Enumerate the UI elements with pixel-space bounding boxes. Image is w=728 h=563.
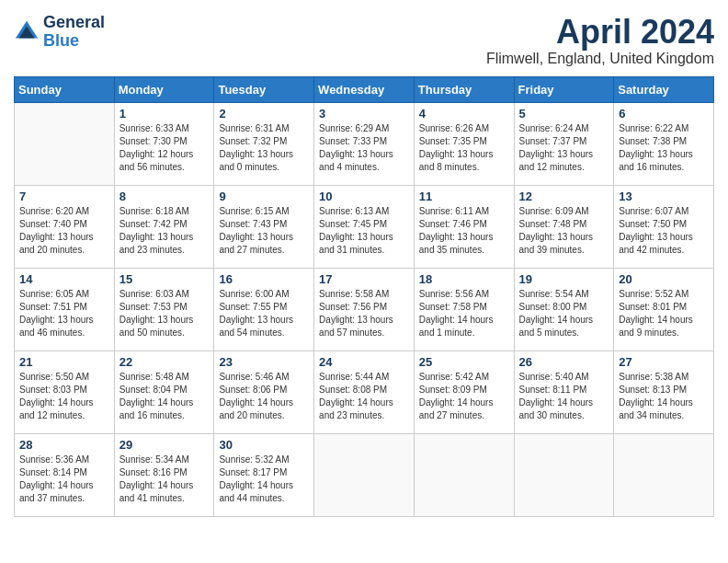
- calendar-day-cell: [414, 433, 514, 516]
- calendar-week-row: 14 Sunrise: 6:05 AMSunset: 7:51 PMDaylig…: [15, 268, 714, 350]
- location: Flimwell, England, United Kingdom: [486, 51, 714, 67]
- calendar-day-cell: 6 Sunrise: 6:22 AMSunset: 7:38 PMDayligh…: [614, 102, 714, 185]
- month-title: April 2024: [486, 14, 714, 51]
- day-info: Sunrise: 5:44 AMSunset: 8:08 PMDaylight:…: [319, 371, 409, 422]
- day-info: Sunrise: 6:15 AMSunset: 7:43 PMDaylight:…: [219, 205, 309, 257]
- day-info: Sunrise: 6:26 AMSunset: 7:35 PMDaylight:…: [419, 122, 509, 174]
- calendar-day-cell: 19 Sunrise: 5:54 AMSunset: 8:00 PMDaylig…: [514, 268, 614, 350]
- calendar-day-cell: 23 Sunrise: 5:46 AMSunset: 8:06 PMDaylig…: [214, 350, 314, 433]
- day-number: 4: [419, 107, 509, 121]
- day-info: Sunrise: 5:42 AMSunset: 8:09 PMDaylight:…: [419, 371, 509, 422]
- calendar-day-cell: [514, 433, 614, 516]
- day-number: 27: [619, 355, 709, 369]
- day-info: Sunrise: 6:22 AMSunset: 7:38 PMDaylight:…: [619, 122, 709, 174]
- weekday-header: Tuesday: [214, 76, 314, 102]
- day-info: Sunrise: 5:46 AMSunset: 8:06 PMDaylight:…: [219, 371, 309, 422]
- weekday-header: Friday: [514, 76, 614, 102]
- day-info: Sunrise: 6:31 AMSunset: 7:32 PMDaylight:…: [219, 122, 309, 174]
- calendar-day-cell: 26 Sunrise: 5:40 AMSunset: 8:11 PMDaylig…: [514, 350, 614, 433]
- day-info: Sunrise: 5:48 AMSunset: 8:04 PMDaylight:…: [119, 371, 210, 422]
- calendar-day-cell: 4 Sunrise: 6:26 AMSunset: 7:35 PMDayligh…: [414, 102, 514, 185]
- calendar-day-cell: [314, 433, 415, 516]
- weekday-header: Thursday: [414, 76, 514, 102]
- calendar-day-cell: 27 Sunrise: 5:38 AMSunset: 8:13 PMDaylig…: [614, 350, 714, 433]
- calendar-day-cell: 22 Sunrise: 5:48 AMSunset: 8:04 PMDaylig…: [114, 350, 214, 433]
- day-number: 23: [219, 355, 309, 369]
- weekday-header: Sunday: [15, 76, 115, 102]
- weekday-header: Saturday: [614, 76, 714, 102]
- day-info: Sunrise: 6:11 AMSunset: 7:46 PMDaylight:…: [419, 205, 509, 257]
- logo-line1: General: [43, 13, 105, 31]
- day-number: 20: [619, 272, 709, 286]
- weekday-header: Wednesday: [314, 76, 415, 102]
- calendar-week-row: 7 Sunrise: 6:20 AMSunset: 7:40 PMDayligh…: [15, 185, 714, 268]
- day-number: 7: [19, 190, 109, 203]
- calendar-day-cell: 12 Sunrise: 6:09 AMSunset: 7:48 PMDaylig…: [514, 185, 614, 268]
- day-number: 28: [19, 438, 109, 452]
- day-info: Sunrise: 6:29 AMSunset: 7:33 PMDaylight:…: [319, 122, 409, 174]
- day-info: Sunrise: 5:56 AMSunset: 7:58 PMDaylight:…: [419, 288, 509, 339]
- day-number: 6: [619, 107, 709, 121]
- day-number: 2: [219, 107, 309, 121]
- day-info: Sunrise: 5:52 AMSunset: 8:01 PMDaylight:…: [619, 288, 709, 339]
- day-number: 21: [19, 355, 109, 369]
- calendar-day-cell: 7 Sunrise: 6:20 AMSunset: 7:40 PMDayligh…: [15, 185, 115, 268]
- day-number: 1: [119, 107, 210, 121]
- day-info: Sunrise: 6:13 AMSunset: 7:45 PMDaylight:…: [319, 205, 409, 257]
- calendar-week-row: 21 Sunrise: 5:50 AMSunset: 8:03 PMDaylig…: [15, 350, 714, 433]
- day-info: Sunrise: 6:33 AMSunset: 7:30 PMDaylight:…: [119, 122, 210, 174]
- calendar-day-cell: 10 Sunrise: 6:13 AMSunset: 7:45 PMDaylig…: [314, 185, 415, 268]
- day-number: 3: [319, 107, 409, 121]
- day-number: 17: [319, 272, 409, 286]
- logo-icon: [14, 19, 40, 45]
- calendar-day-cell: 11 Sunrise: 6:11 AMSunset: 7:46 PMDaylig…: [414, 185, 514, 268]
- page-header: General Blue April 2024 Flimwell, Englan…: [14, 14, 714, 67]
- calendar-week-row: 1 Sunrise: 6:33 AMSunset: 7:30 PMDayligh…: [15, 102, 714, 185]
- day-number: 8: [119, 190, 210, 203]
- calendar-day-cell: 3 Sunrise: 6:29 AMSunset: 7:33 PMDayligh…: [314, 102, 415, 185]
- day-info: Sunrise: 5:38 AMSunset: 8:13 PMDaylight:…: [619, 371, 709, 422]
- calendar-day-cell: 2 Sunrise: 6:31 AMSunset: 7:32 PMDayligh…: [214, 102, 314, 185]
- day-number: 19: [519, 272, 609, 286]
- day-info: Sunrise: 5:32 AMSunset: 8:17 PMDaylight:…: [219, 454, 309, 505]
- day-info: Sunrise: 6:00 AMSunset: 7:55 PMDaylight:…: [219, 288, 309, 339]
- day-number: 24: [319, 355, 409, 369]
- day-number: 16: [219, 272, 309, 286]
- calendar-day-cell: 28 Sunrise: 5:36 AMSunset: 8:14 PMDaylig…: [15, 433, 115, 516]
- day-number: 11: [419, 190, 509, 203]
- calendar-day-cell: 17 Sunrise: 5:58 AMSunset: 7:56 PMDaylig…: [314, 268, 415, 350]
- calendar-day-cell: [15, 102, 115, 185]
- day-info: Sunrise: 6:07 AMSunset: 7:50 PMDaylight:…: [619, 205, 709, 257]
- day-number: 12: [519, 190, 609, 203]
- calendar-day-cell: 16 Sunrise: 6:00 AMSunset: 7:55 PMDaylig…: [214, 268, 314, 350]
- calendar-day-cell: 14 Sunrise: 6:05 AMSunset: 7:51 PMDaylig…: [15, 268, 115, 350]
- calendar-day-cell: 24 Sunrise: 5:44 AMSunset: 8:08 PMDaylig…: [314, 350, 415, 433]
- day-info: Sunrise: 6:24 AMSunset: 7:37 PMDaylight:…: [519, 122, 609, 174]
- day-number: 14: [19, 272, 109, 286]
- weekday-header: Monday: [114, 76, 214, 102]
- calendar-day-cell: 29 Sunrise: 5:34 AMSunset: 8:16 PMDaylig…: [114, 433, 214, 516]
- day-info: Sunrise: 6:03 AMSunset: 7:53 PMDaylight:…: [119, 288, 210, 339]
- calendar-day-cell: 1 Sunrise: 6:33 AMSunset: 7:30 PMDayligh…: [114, 102, 214, 185]
- day-info: Sunrise: 5:40 AMSunset: 8:11 PMDaylight:…: [519, 371, 609, 422]
- day-info: Sunrise: 6:09 AMSunset: 7:48 PMDaylight:…: [519, 205, 609, 257]
- logo-text: General Blue: [43, 14, 105, 51]
- calendar-week-row: 28 Sunrise: 5:36 AMSunset: 8:14 PMDaylig…: [15, 433, 714, 516]
- day-number: 25: [419, 355, 509, 369]
- day-number: 10: [319, 190, 409, 203]
- calendar-table: SundayMondayTuesdayWednesdayThursdayFrid…: [14, 76, 714, 517]
- calendar-header-row: SundayMondayTuesdayWednesdayThursdayFrid…: [15, 76, 714, 102]
- day-info: Sunrise: 6:05 AMSunset: 7:51 PMDaylight:…: [19, 288, 109, 339]
- logo-line2: Blue: [43, 31, 79, 50]
- calendar-day-cell: 20 Sunrise: 5:52 AMSunset: 8:01 PMDaylig…: [614, 268, 714, 350]
- day-info: Sunrise: 6:18 AMSunset: 7:42 PMDaylight:…: [119, 205, 210, 257]
- calendar-day-cell: 25 Sunrise: 5:42 AMSunset: 8:09 PMDaylig…: [414, 350, 514, 433]
- day-number: 30: [219, 438, 309, 452]
- day-number: 29: [119, 438, 210, 452]
- day-number: 13: [619, 190, 709, 203]
- calendar-day-cell: 9 Sunrise: 6:15 AMSunset: 7:43 PMDayligh…: [214, 185, 314, 268]
- title-area: April 2024 Flimwell, England, United Kin…: [486, 14, 714, 67]
- calendar-day-cell: [614, 433, 714, 516]
- day-number: 9: [219, 190, 309, 203]
- logo: General Blue: [14, 14, 105, 51]
